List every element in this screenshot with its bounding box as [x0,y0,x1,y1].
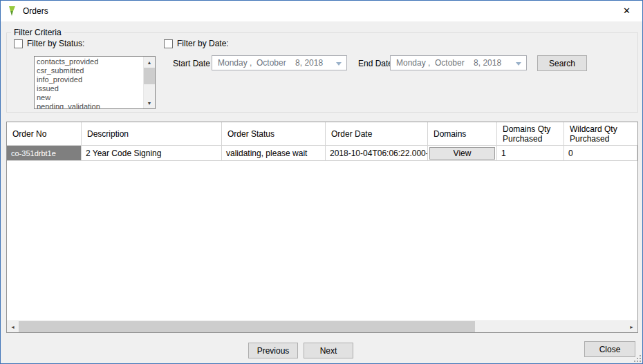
start-date-picker[interactable]: Monday , October 8, 2018 [212,55,347,70]
filter-by-date-checkbox[interactable]: Filter by Date: [164,39,229,48]
status-option[interactable]: pending_validation [37,102,143,108]
filter-by-status-checkbox[interactable]: Filter by Status: [14,39,84,48]
checkbox-box-icon[interactable] [14,39,23,48]
status-option[interactable]: contacts_provided [37,57,143,66]
column-header-wildcard-qty[interactable]: Wildcard Qty Purchased [564,122,637,145]
domains-cell: View [428,146,497,160]
scroll-right-icon[interactable]: ► [626,321,637,332]
table-row: co-351drbt1e 2 Year Code Signing validat… [7,146,637,161]
resize-grip[interactable] [633,354,642,363]
window-title: Orders [23,6,48,16]
filter-criteria-legend: Filter Criteria [11,28,64,37]
column-header-domains-qty[interactable]: Domains Qty Purchased [497,122,564,145]
column-header-order-date[interactable]: Order Date [326,122,428,145]
status-option[interactable]: new [37,93,143,102]
status-option[interactable]: csr_submitted [37,66,143,75]
end-date-value: Monday , October 8, 2018 [396,58,501,68]
app-icon [7,6,18,17]
status-listbox-scrollbar[interactable]: ▲ ▼ [143,57,155,108]
end-date-label: End Date [358,59,393,68]
filter-criteria-group: Filter Criteria Filter by Status: contac… [6,32,638,113]
column-header-description[interactable]: Description [82,122,222,145]
titlebar-close-button[interactable]: ✕ [611,1,642,21]
filter-by-status-label: Filter by Status: [27,39,84,48]
order-status-cell[interactable]: validating, please wait [222,146,326,160]
column-header-domains[interactable]: Domains [428,122,497,145]
chevron-down-icon[interactable] [516,62,521,66]
view-domains-button[interactable]: View [429,147,495,160]
horizontal-scrollbar[interactable]: ◄ ► [7,320,637,332]
search-button[interactable]: Search [537,55,587,71]
start-date-label: Start Date [173,59,210,68]
scroll-down-icon[interactable]: ▼ [144,97,155,108]
table-header-row: Order No Description Order Status Order … [7,122,637,146]
status-option[interactable]: issued [37,84,143,93]
wildcard-qty-cell[interactable]: 0 [564,146,637,160]
previous-button[interactable]: Previous [248,343,298,358]
scroll-up-icon[interactable]: ▲ [144,57,155,68]
status-option-list: contacts_providedcsr_submittedinfo_provi… [35,57,143,108]
checkbox-box-icon[interactable] [164,39,173,48]
order-date-cell[interactable]: 2018-10-04T06:06:22.000-... [326,146,428,160]
next-button[interactable]: Next [304,343,353,358]
titlebar: Orders ✕ [1,1,642,21]
filter-by-date-label: Filter by Date: [177,39,229,48]
status-option[interactable]: info_provided [37,75,143,84]
scroll-left-icon[interactable]: ◄ [7,321,19,332]
domains-qty-cell[interactable]: 1 [497,146,564,160]
scrollbar-thumb[interactable] [144,68,155,84]
description-cell[interactable]: 2 Year Code Signing [82,146,222,160]
orders-table: Order No Description Order Status Order … [6,122,638,333]
scrollbar-track[interactable] [475,321,626,332]
close-button[interactable]: Close [584,341,635,357]
scrollbar-thumb[interactable] [19,321,475,332]
end-date-picker[interactable]: Monday , October 8, 2018 [390,55,527,70]
chevron-down-icon[interactable] [336,62,342,66]
status-listbox[interactable]: contacts_providedcsr_submittedinfo_provi… [34,56,156,109]
column-header-order-no[interactable]: Order No [7,122,82,145]
column-header-order-status[interactable]: Order Status [222,122,326,145]
orders-dialog: Orders ✕ Filter Criteria Filter by Statu… [0,0,643,364]
order-no-cell[interactable]: co-351drbt1e [7,146,82,160]
start-date-value: Monday , October 8, 2018 [218,58,323,68]
